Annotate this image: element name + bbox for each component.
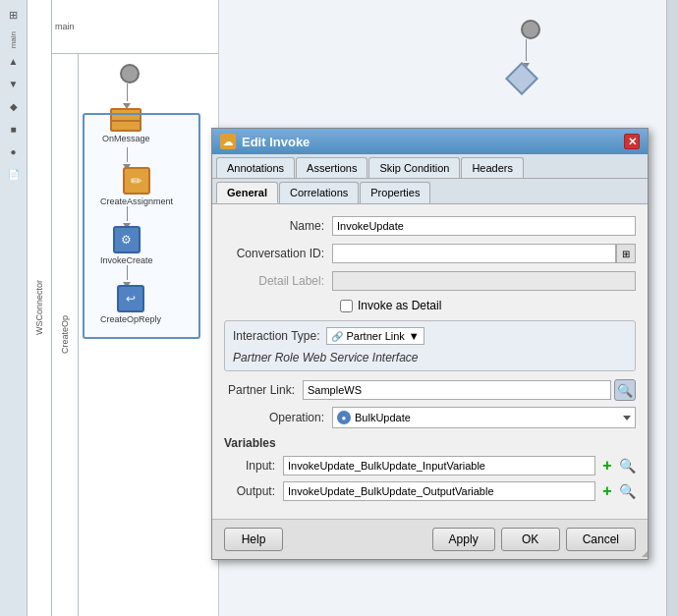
conversation-id-label: Conversation ID:	[224, 247, 332, 260]
variables-label: Variables	[224, 436, 636, 450]
left-sidebar: ⊞ main ▲ ▼ ◆ ■ ● 📄	[0, 0, 28, 616]
tab-headers[interactable]: Headers	[461, 157, 524, 178]
invoke-as-detail-row: Invoke as Detail	[340, 299, 636, 312]
input-var-label: Input:	[224, 459, 283, 473]
lane-header: main	[51, 0, 218, 54]
create-op-lane: CreateOp OnMessage ✏ CreateAssignment	[51, 54, 218, 616]
name-label: Name:	[224, 219, 332, 233]
dialog-footer: Help Apply OK Cancel	[212, 519, 648, 559]
top-diamond	[510, 67, 534, 90]
start-circle	[120, 64, 140, 84]
sidebar-icon-diamond[interactable]: ◆	[4, 96, 24, 116]
output-var-search-button[interactable]: 🔍	[618, 482, 636, 500]
invoke-as-detail-checkbox[interactable]	[340, 300, 353, 312]
partner-link-search-button[interactable]: 🔍	[614, 379, 636, 401]
input-var-row: Input: + 🔍	[224, 456, 636, 476]
tab-row-1: Annotations Assertions Skip Condition He…	[212, 154, 648, 179]
interaction-type-row: Interaction Type: 🔗 Partner Link ▼	[233, 327, 627, 345]
createop-label: CreateOp	[60, 315, 70, 354]
variables-section: Variables Input: + 🔍 Output: + 🔍	[224, 436, 636, 501]
footer-right-buttons: Apply OK Cancel	[432, 528, 636, 551]
sidebar-icon-square[interactable]: ■	[4, 119, 24, 139]
dialog-title-text: Edit Invoke	[242, 135, 310, 149]
tab-skip-condition[interactable]: Skip Condition	[368, 157, 460, 178]
interaction-type-value: Partner Link	[347, 330, 405, 342]
cancel-button[interactable]: Cancel	[566, 528, 636, 551]
output-var-buttons: + 🔍	[598, 482, 636, 500]
output-var-add-button[interactable]: +	[598, 482, 616, 500]
operation-value: BulkUpdate	[355, 412, 411, 423]
lane-ws-container: WSConnector	[28, 0, 52, 616]
output-var-input[interactable]	[283, 481, 595, 501]
sidebar-label-main: main	[9, 31, 18, 48]
detail-label-row: Detail Label:	[224, 271, 636, 291]
detail-label-label: Detail Label:	[224, 274, 332, 288]
flow-line-1	[127, 84, 128, 101]
partner-role-label: Partner Role Web Service Interface	[233, 351, 627, 364]
start-node	[120, 64, 140, 84]
tab-annotations[interactable]: Annotations	[216, 157, 295, 178]
workflow-canvas: WSConnector main CreateOp OnMessage	[28, 0, 219, 616]
workflow-main-lane: main CreateOp OnMessage ✏	[51, 0, 218, 616]
input-var-buttons: + 🔍	[598, 457, 636, 475]
sidebar-icon-1[interactable]: ⊞	[4, 5, 24, 25]
partner-link-row: Partner Link: 🔍	[224, 379, 636, 401]
dialog-titlebar: ☁ Edit Invoke ✕	[212, 129, 648, 154]
ok-button[interactable]: OK	[501, 528, 560, 551]
name-input[interactable]	[332, 216, 636, 236]
dialog-title-icon: ☁	[220, 134, 236, 149]
dialog-body: Name: Conversation ID: ⊞ Detail Label: I…	[212, 204, 648, 519]
operation-row: Operation: ● BulkUpdate	[224, 407, 636, 428]
interaction-type-label: Interaction Type:	[233, 329, 320, 343]
top-diamond-shape	[505, 62, 538, 95]
top-circle-node	[521, 20, 540, 39]
createop-label-container: CreateOp	[51, 54, 79, 616]
operation-dropdown-arrow	[623, 416, 631, 420]
invoke-as-detail-label: Invoke as Detail	[358, 299, 441, 312]
selection-rect	[83, 113, 200, 339]
sidebar-icon-triangle-down[interactable]: ▼	[4, 74, 24, 93]
conversation-id-row: Conversation ID: ⊞	[224, 244, 636, 263]
operation-select-inner: ● BulkUpdate	[337, 411, 411, 424]
detail-label-input	[332, 271, 636, 291]
interaction-type-section: Interaction Type: 🔗 Partner Link ▼ Partn…	[224, 320, 636, 371]
tab-assertions[interactable]: Assertions	[296, 157, 367, 178]
input-var-input[interactable]	[283, 456, 595, 476]
sidebar-icon-triangle-up[interactable]: ▲	[4, 51, 24, 71]
dialog-titlebar-left: ☁ Edit Invoke	[220, 134, 310, 149]
conversation-id-input[interactable]	[332, 244, 616, 263]
sidebar-icon-scroll[interactable]: 📄	[4, 164, 24, 184]
edit-invoke-dialog: ☁ Edit Invoke ✕ Annotations Assertions S…	[211, 128, 649, 560]
dialog-resize-handle[interactable]: ◢	[638, 549, 648, 559]
partner-link-label: Partner Link:	[224, 383, 303, 397]
tab-row-2: General Correlations Properties	[212, 179, 648, 204]
right-resize-handle[interactable]	[666, 0, 678, 616]
top-flow-line	[526, 39, 527, 61]
apply-button[interactable]: Apply	[432, 528, 495, 551]
help-button[interactable]: Help	[224, 528, 283, 551]
operation-select[interactable]: ● BulkUpdate	[332, 407, 636, 428]
output-var-label: Output:	[224, 484, 283, 498]
tab-properties[interactable]: Properties	[360, 182, 430, 203]
conversation-id-browse-button[interactable]: ⊞	[616, 244, 636, 263]
partner-link-input[interactable]	[303, 380, 611, 400]
top-circle	[521, 20, 540, 39]
output-var-row: Output: + 🔍	[224, 481, 636, 501]
operation-label: Operation:	[224, 411, 332, 424]
interaction-type-dropdown-arrow: ▼	[409, 330, 420, 342]
dialog-close-button[interactable]: ✕	[624, 134, 640, 149]
input-var-add-button[interactable]: +	[598, 457, 616, 475]
tab-general[interactable]: General	[216, 182, 278, 203]
operation-icon: ●	[337, 411, 351, 424]
conversation-id-input-wrapper: ⊞	[332, 244, 636, 263]
tab-correlations[interactable]: Correlations	[279, 182, 359, 203]
name-row: Name:	[224, 216, 636, 236]
sidebar-icon-circle[interactable]: ●	[4, 141, 24, 161]
lane-main-label: main	[55, 22, 75, 31]
input-var-search-button[interactable]: 🔍	[618, 457, 636, 475]
interaction-type-select[interactable]: 🔗 Partner Link ▼	[326, 327, 424, 345]
lane-ws-label: WSConnector	[34, 280, 44, 335]
